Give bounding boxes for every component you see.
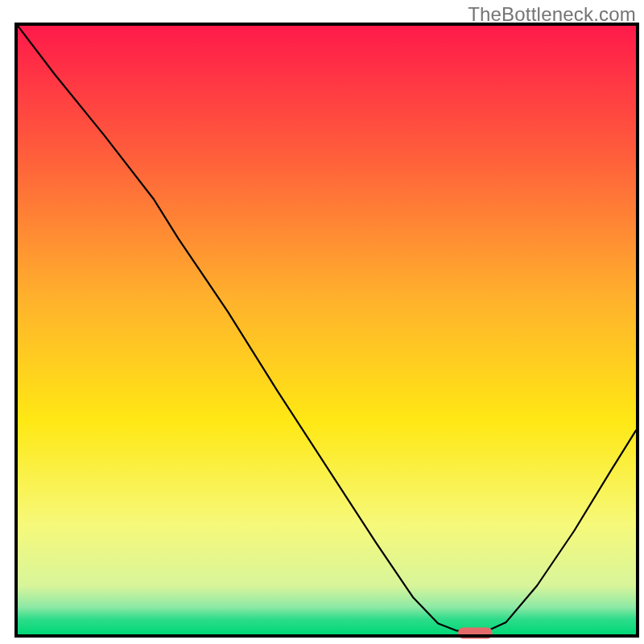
gradient-background xyxy=(18,26,636,634)
bottleneck-chart: TheBottleneck.com xyxy=(0,0,644,644)
chart-svg xyxy=(0,0,644,644)
watermark-text: TheBottleneck.com xyxy=(468,3,636,26)
